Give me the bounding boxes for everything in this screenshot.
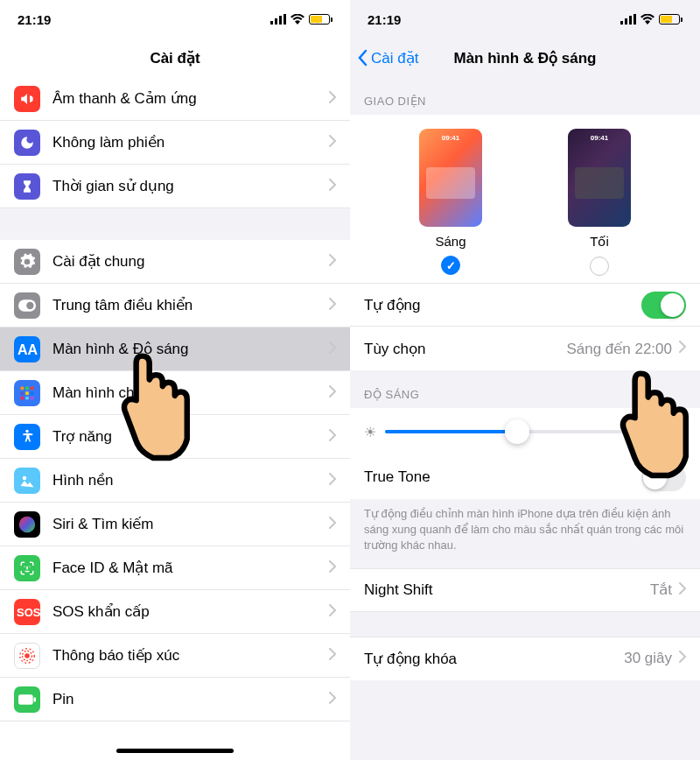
row-label: Siri & Tìm kiếm [52,515,329,533]
row-label: Hình nền [52,471,329,489]
svg-rect-10 [21,391,24,395]
svg-rect-9 [31,386,34,390]
row-label: Trung tâm điều khiển [52,296,329,314]
access-icon [14,424,40,450]
svg-rect-7 [21,386,24,390]
appearance-dark-option[interactable]: 09:41 Tối [568,129,631,276]
svg-rect-27 [629,16,632,25]
slider-thumb[interactable] [505,419,529,444]
settings-row-sos[interactable]: SOS SOS khẩn cấp [0,590,350,634]
battery-icon: ⚡ [309,14,332,25]
settings-row-battery[interactable]: Pin [0,678,350,721]
nightshift-label: Night Shift [364,581,650,599]
svg-rect-26 [625,18,627,25]
svg-text:SOS: SOS [17,606,40,619]
chevron-right-icon [329,692,336,707]
exposure-icon [14,643,40,669]
settings-row-faceid[interactable]: Face ID & Mật mã [0,546,350,590]
row-label: Pin [52,691,329,708]
settings-row-toggle[interactable]: Trung tâm điều khiển [0,284,350,327]
svg-point-18 [19,516,35,531]
battery-icon [14,686,40,713]
section-header-appearance: GIAO DIỆN [350,77,700,115]
svg-rect-0 [270,21,273,25]
settings-row-wallpaper[interactable]: Hình nền [0,459,350,503]
wifi-icon [640,12,654,27]
automatic-row: Tự động [350,283,700,327]
row-label: Màn hình & Độ sáng [52,340,329,358]
nav-bar: Cài đặt [0,39,350,77]
truetone-toggle[interactable] [641,464,686,491]
automatic-toggle[interactable] [641,292,686,319]
status-bar: 21:19 ⚡ [350,0,700,39]
gear-icon [14,249,40,275]
page-title: Cài đặt [150,49,200,67]
page-title: Màn hình & Độ sáng [454,49,597,67]
settings-row-sound[interactable]: Âm thanh & Cảm ứng [0,77,350,121]
row-label: Trợ năng [52,427,329,446]
back-label: Cài đặt [371,49,418,67]
svg-rect-14 [25,396,29,399]
appearance-light-option[interactable]: 09:41 Sáng [419,129,482,276]
chevron-right-icon [329,91,336,107]
row-label: Cài đặt chung [52,252,329,271]
row-label: Không làm phiền [52,133,329,151]
light-label: Sáng [435,234,466,249]
settings-row-gear[interactable]: Cài đặt chung [0,240,350,284]
toggle-icon [14,292,40,319]
svg-rect-24 [34,697,37,701]
appearance-selector: 09:41 Sáng 09:41 Tối [350,115,700,283]
status-time: 21:19 [368,12,401,27]
brightness-slider[interactable] [385,430,660,433]
chevron-right-icon [329,429,336,445]
svg-point-17 [23,475,27,480]
signal-icon [270,12,286,27]
chevron-right-icon [329,648,336,664]
dark-radio[interactable] [590,257,609,276]
chevron-right-icon [679,582,686,598]
settings-row-moon[interactable]: Không làm phiền [0,121,350,165]
svg-rect-15 [31,396,34,399]
options-row[interactable]: Tùy chọn Sáng đến 22:00 [350,327,700,370]
svg-point-16 [25,429,28,432]
truetone-label: True Tone [364,468,641,486]
settings-row-exposure[interactable]: Thông báo tiếp xúc [0,634,350,678]
truetone-row: True Tone [350,455,700,499]
settings-row-hourglass[interactable]: Thời gian sử dụng [0,165,350,208]
chevron-right-icon [329,473,336,489]
settings-row-grid[interactable]: Màn hình chính [0,371,350,415]
chevron-right-icon [329,604,336,620]
aa-icon: AA [14,336,40,362]
row-label: Thời gian sử dụng [52,177,329,195]
status-bar: 21:19 ⚡ [0,0,350,39]
svg-point-20 [24,653,30,658]
automatic-label: Tự động [364,296,641,314]
sun-small-icon: ☀ [364,424,376,440]
dark-preview-icon: 09:41 [568,129,631,227]
display-brightness-screen: 21:19 ⚡ Cài đặt Màn hình & Độ sáng GIAO … [350,0,700,760]
nightshift-row[interactable]: Night Shift Tắt [350,568,700,612]
chevron-right-icon [329,560,336,576]
svg-rect-12 [31,391,34,395]
wallpaper-icon [14,468,40,494]
truetone-footer: Tự động điều chỉnh màn hình iPhone dựa t… [350,499,700,568]
nav-bar: Cài đặt Màn hình & Độ sáng [350,39,700,77]
settings-row-aa[interactable]: AA Màn hình & Độ sáng [0,327,350,371]
chevron-right-icon [329,135,336,151]
light-preview-icon: 09:41 [419,129,482,227]
signal-icon [620,12,636,27]
home-indicator [116,749,234,753]
chevron-right-icon [329,517,336,532]
autolock-row[interactable]: Tự động khóa 30 giây [350,637,700,680]
settings-row-access[interactable]: Trợ năng [0,415,350,459]
chevron-right-icon [679,341,686,356]
settings-row-siri[interactable]: Siri & Tìm kiếm [0,503,350,546]
row-label: Âm thanh & Cảm ứng [52,89,329,108]
hourglass-icon [14,173,40,200]
options-value: Sáng đến 22:00 [566,340,672,358]
light-radio[interactable] [441,256,460,275]
back-button[interactable]: Cài đặt [357,49,418,67]
row-label: Thông báo tiếp xúc [52,646,329,665]
siri-icon [14,511,40,538]
autolock-label: Tự động khóa [364,650,624,668]
